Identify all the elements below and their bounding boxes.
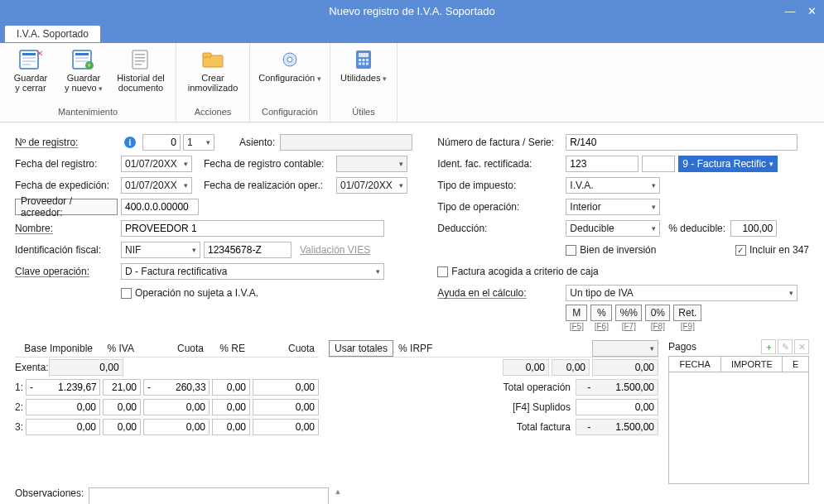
info-icon[interactable]: i bbox=[124, 137, 136, 148]
r3-pctiva[interactable] bbox=[103, 419, 141, 435]
col-pctiva: % IVA bbox=[93, 343, 134, 354]
r3-base[interactable] bbox=[26, 419, 100, 435]
totals-block: Usar totales % IRPF ▾ Total operación [F… bbox=[329, 339, 658, 484]
irpf-b bbox=[552, 359, 590, 376]
guardar-cerrar-button[interactable]: ✕ Guardar y cerrar bbox=[7, 46, 55, 93]
fecha-realizacion-input[interactable]: 01/07/20XX▾ bbox=[336, 177, 407, 194]
historial-button[interactable]: Historial del documento bbox=[113, 46, 169, 93]
suplidos-value[interactable] bbox=[576, 399, 658, 415]
btn-0pct[interactable]: 0% bbox=[645, 305, 670, 321]
fecha-registro-input[interactable]: 01/07/20XX▾ bbox=[121, 156, 192, 172]
bien-inversion-checkbox[interactable]: Bien de inversión bbox=[566, 244, 656, 256]
nombre-input[interactable] bbox=[121, 220, 384, 237]
r1-pctre[interactable] bbox=[212, 379, 250, 396]
tipo-impuesto-select[interactable]: I.V.A.▾ bbox=[566, 177, 660, 194]
configuracion-label: Configuración bbox=[257, 73, 323, 84]
svg-rect-18 bbox=[203, 53, 211, 57]
r2-base[interactable] bbox=[26, 399, 100, 415]
fecha-reg-contable-input[interactable]: ▾ bbox=[336, 156, 407, 172]
r2-cuota2[interactable] bbox=[253, 399, 319, 415]
r1-cuota2[interactable] bbox=[253, 379, 319, 396]
validacion-vies-link[interactable]: Validación VIES bbox=[300, 244, 370, 256]
ayuda-calculo-select[interactable]: Un tipo de IVA▾ bbox=[566, 285, 797, 301]
total-op-label: Total operación bbox=[479, 382, 571, 393]
proveedor-input[interactable] bbox=[121, 199, 199, 215]
svg-point-20 bbox=[287, 57, 292, 62]
usar-totales-button[interactable]: Usar totales bbox=[329, 340, 393, 357]
tipo-operacion-select[interactable]: Interior▾ bbox=[566, 199, 660, 215]
tab-iva-soportado[interactable]: I.V.A. Soportado bbox=[5, 26, 100, 42]
svg-rect-8 bbox=[75, 57, 89, 59]
r1-pctiva[interactable] bbox=[103, 379, 141, 396]
window-title: Nuevo registro de I.V.A. Soportado bbox=[329, 5, 494, 17]
utilidades-button[interactable]: Utilidades bbox=[337, 46, 390, 84]
svg-rect-28 bbox=[366, 63, 369, 65]
n-registro-label: Nº de registro: bbox=[15, 137, 121, 148]
btn-pctpct[interactable]: %% bbox=[615, 305, 642, 321]
r1-cuota[interactable] bbox=[143, 379, 210, 396]
bottom-area: Observaciones: ▲ ▼ Aceptar Cancelar bbox=[0, 484, 824, 504]
no-sujeta-iva-checkbox[interactable]: Operación no sujeta a I.V.A. bbox=[121, 287, 258, 299]
deduccion-select[interactable]: Deducible▾ bbox=[566, 220, 660, 237]
gear-icon bbox=[277, 48, 303, 71]
r2-pctre[interactable] bbox=[212, 399, 250, 415]
pagos-body[interactable] bbox=[668, 372, 809, 484]
proveedor-button[interactable]: Proveedor / acreedor: bbox=[15, 199, 118, 215]
observaciones-input[interactable] bbox=[89, 487, 329, 504]
total-op-value bbox=[576, 379, 658, 396]
irpf-select[interactable]: ▾ bbox=[592, 340, 658, 357]
col-importe: IMPORTE bbox=[721, 357, 783, 372]
ident-valor-input[interactable] bbox=[204, 242, 292, 258]
clave-operacion-select[interactable]: D - Factura rectificativa▾ bbox=[121, 263, 384, 280]
btn-m[interactable]: M bbox=[566, 305, 587, 321]
minimize-button[interactable]: — bbox=[783, 0, 797, 23]
pago-edit-icon[interactable]: ✎ bbox=[778, 339, 793, 354]
r3-pctre[interactable] bbox=[212, 419, 250, 435]
configuracion-button[interactable]: Configuración bbox=[257, 46, 323, 84]
folder-icon bbox=[200, 48, 226, 71]
guardar-nuevo-button[interactable]: + Guardar y nuevo bbox=[60, 46, 108, 94]
col-fecha: FECHA bbox=[669, 357, 721, 372]
r3-cuota2[interactable] bbox=[253, 419, 319, 435]
ident-rect-extra-input[interactable] bbox=[642, 156, 675, 172]
pagos-table: FECHA IMPORTE E bbox=[668, 356, 809, 372]
n-registro-serie-select[interactable]: 1▾ bbox=[183, 134, 214, 151]
irpf-a bbox=[503, 359, 549, 376]
n-registro-input[interactable] bbox=[142, 134, 181, 151]
pago-add-icon[interactable]: ＋ bbox=[761, 339, 776, 354]
incluir-347-checkbox[interactable]: ✓Incluir en 347 bbox=[735, 244, 809, 256]
r3-cuota[interactable] bbox=[143, 419, 210, 435]
svg-rect-26 bbox=[359, 63, 361, 65]
svg-rect-1 bbox=[22, 53, 36, 55]
r2-pctiva[interactable] bbox=[103, 399, 141, 415]
svg-rect-2 bbox=[22, 57, 36, 59]
ident-rect-input[interactable] bbox=[566, 156, 638, 172]
num-factura-input[interactable] bbox=[566, 134, 797, 151]
ident-fiscal-label: Identificación fiscal: bbox=[15, 244, 121, 256]
pagos-panel: Pagos ＋ ✎ ✕ FECHA IMPORTE E bbox=[668, 339, 809, 484]
btn-ret[interactable]: Ret. bbox=[673, 305, 701, 321]
nombre-label: Nombre: bbox=[15, 223, 121, 234]
scroll-up-icon[interactable]: ▲ bbox=[334, 487, 341, 496]
history-icon bbox=[128, 48, 154, 71]
exenta-base bbox=[49, 359, 123, 376]
row1-label: 1: bbox=[15, 382, 23, 393]
exenta-label: Exenta: bbox=[15, 362, 49, 373]
tipo-impuesto-label: Tipo de impuesto: bbox=[437, 180, 566, 191]
pct-deducible-input[interactable] bbox=[730, 220, 777, 237]
ident-rect-tipo-select[interactable]: 9 - Factura Rectific▾ bbox=[678, 156, 778, 172]
detail-area: Base Imponible % IVA Cuota % RE Cuota Ex… bbox=[0, 339, 824, 484]
r2-cuota[interactable] bbox=[143, 399, 210, 415]
pago-delete-icon[interactable]: ✕ bbox=[794, 339, 809, 354]
btn-pct[interactable]: % bbox=[590, 305, 612, 321]
save-close-icon: ✕ bbox=[17, 48, 44, 71]
criterio-caja-checkbox[interactable]: Factura acogida a criterio de caja bbox=[437, 266, 598, 277]
crear-inmovilizado-button[interactable]: Crear inmovilizado bbox=[183, 46, 243, 93]
calculator-icon bbox=[350, 48, 377, 71]
col-cuota2: Cuota bbox=[245, 343, 315, 354]
close-button[interactable]: ✕ bbox=[804, 0, 819, 23]
fecha-expedicion-input[interactable]: 01/07/20XX▾ bbox=[121, 177, 192, 194]
svg-rect-3 bbox=[22, 60, 36, 62]
r1-base[interactable] bbox=[26, 379, 100, 396]
ident-tipo-select[interactable]: NIF▾ bbox=[121, 242, 200, 258]
